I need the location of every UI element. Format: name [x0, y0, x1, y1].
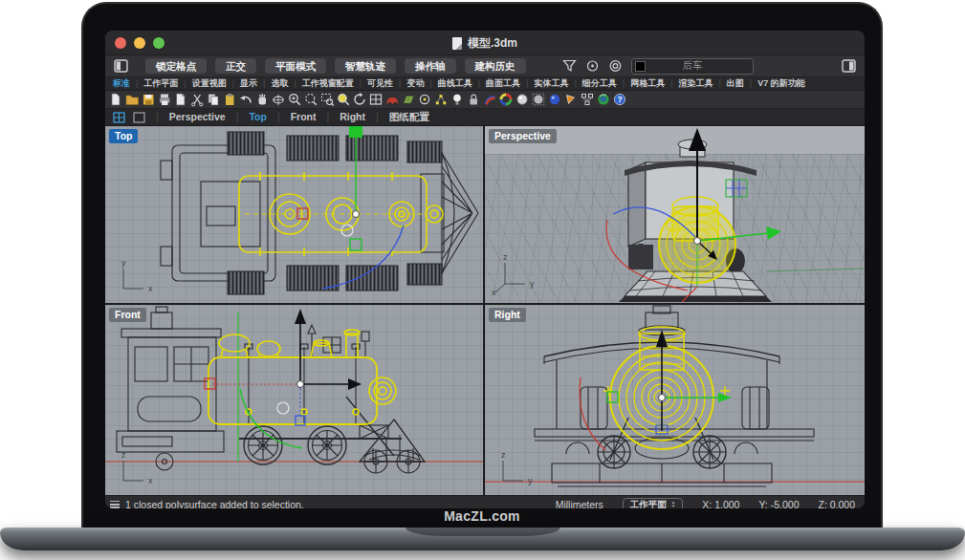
viewport-front[interactable]: Front	[105, 305, 483, 495]
viewport-right[interactable]: Right	[485, 305, 865, 495]
viewport-title-perspective[interactable]: Perspective	[489, 129, 557, 143]
icon-toolbar: ?	[105, 91, 865, 109]
svg-text:y: y	[528, 476, 533, 485]
status-message: 1 closed polysurface added to selection.	[125, 499, 304, 508]
new-from-template-icon[interactable]	[177, 94, 186, 105]
menu-tab[interactable]: 选取	[257, 77, 288, 90]
lamp-icon[interactable]	[453, 95, 461, 105]
mode-toggle-button[interactable]: 智慧轨迹	[335, 58, 396, 74]
object-snap-icon[interactable]	[420, 95, 428, 103]
right-view-drawing	[485, 305, 865, 495]
viewport-tab[interactable]: Right	[316, 111, 365, 122]
viewport-tab[interactable]: Top	[226, 111, 267, 122]
mode-toggle-button[interactable]: 锁定格点	[145, 58, 207, 74]
menu-tab[interactable]: 渲染工具	[665, 77, 713, 90]
control-points-icon[interactable]	[436, 95, 447, 104]
viewport-title-front[interactable]: Front	[109, 308, 146, 322]
undo-icon[interactable]	[240, 96, 251, 102]
zoom-icon[interactable]	[290, 95, 300, 105]
viewport-title-top[interactable]: Top	[109, 129, 138, 143]
selection-filter-icon[interactable]	[562, 59, 577, 73]
analyze-surface-icon[interactable]	[485, 97, 495, 105]
mode-toggle-button[interactable]: 平面模式	[265, 58, 326, 74]
flag-icon[interactable]	[567, 96, 575, 104]
menu-tab[interactable]: 实体工具	[520, 77, 568, 90]
new-document-icon[interactable]	[112, 94, 120, 105]
viewport-top[interactable]: Top	[105, 126, 483, 303]
svg-text:z: z	[121, 450, 126, 460]
save-icon[interactable]	[143, 95, 154, 105]
viewport-tab-strip: PerspectiveTopFrontRight图纸配置	[105, 109, 865, 126]
lock-icon[interactable]	[471, 95, 478, 104]
menu-tab[interactable]: 曲面工具	[472, 77, 520, 90]
copy-icon[interactable]	[208, 95, 218, 106]
menu-tab[interactable]: 网格工具	[617, 77, 665, 90]
svg-text:z: z	[503, 252, 508, 262]
ghosted-viewport-icon[interactable]	[533, 94, 544, 105]
svg-text:y: y	[121, 258, 126, 268]
laptop-screen-bezel: 模型.3dm 锁定格点正交平面模式智慧轨迹操作轴建构历史	[81, 2, 883, 528]
history-icon[interactable]	[585, 59, 600, 73]
car-paint-icon[interactable]	[387, 97, 399, 105]
undo-view-change-icon[interactable]	[355, 93, 364, 104]
mode-toggle-button[interactable]: 建构历史	[465, 58, 526, 74]
menu-tab[interactable]: V7 的新功能	[744, 77, 805, 90]
command-search-field[interactable]: 后车	[631, 58, 754, 75]
viewport-grid: Top	[105, 126, 865, 495]
viewport-tab[interactable]: Front	[267, 111, 317, 122]
viewport-tab[interactable]: Perspective	[145, 111, 226, 122]
coordinate-x: X: 1.000	[702, 499, 739, 508]
viewport-tab[interactable]: 图纸配置	[365, 111, 429, 122]
single-view-layout-icon[interactable]	[133, 112, 145, 123]
zoom-dynamic-icon[interactable]	[306, 95, 317, 105]
viewport-perspective[interactable]: Perspective	[485, 126, 865, 303]
record-target-icon[interactable]	[608, 59, 623, 73]
color-wheel-icon[interactable]	[501, 95, 511, 104]
left-sidebar-toggle-icon[interactable]	[114, 59, 128, 73]
coordinate-z: Z: 0.000	[818, 499, 855, 508]
open-file-icon[interactable]	[126, 96, 139, 105]
block-manager-icon[interactable]	[582, 95, 593, 105]
menu-tab[interactable]: 工作平面	[130, 77, 178, 90]
paste-icon[interactable]	[226, 94, 234, 105]
mode-toggle-button[interactable]: 操作轴	[405, 58, 456, 74]
zoom-selected-icon[interactable]	[339, 95, 349, 105]
viewport-title-right[interactable]: Right	[489, 308, 526, 322]
print-icon[interactable]	[160, 95, 170, 106]
selection-list-icon[interactable]	[110, 501, 120, 508]
menu-tab[interactable]: 出图	[713, 77, 743, 90]
svg-text:y: y	[530, 279, 535, 289]
pan-icon[interactable]	[259, 94, 267, 104]
menu-tab[interactable]: 可见性	[354, 77, 393, 90]
layer-color-swatch[interactable]	[635, 61, 646, 72]
selected-boiler-top	[239, 172, 443, 256]
earth-icon[interactable]	[598, 94, 608, 104]
right-panel-toggle-icon[interactable]	[842, 59, 856, 73]
four-view-layout-icon[interactable]	[113, 112, 125, 123]
help-icon[interactable]: ?	[614, 94, 625, 104]
status-bar: 1 closed polysurface added to selection.…	[105, 495, 865, 508]
menu-tab[interactable]: 显示	[227, 77, 257, 90]
zoom-window-icon[interactable]	[322, 95, 334, 106]
map-icon[interactable]	[404, 97, 414, 104]
menu-tab[interactable]: 变动	[393, 77, 424, 90]
rendered-viewport-icon[interactable]	[550, 95, 559, 104]
cut-icon[interactable]	[192, 95, 203, 106]
titlebar: 模型.3dm	[105, 31, 865, 55]
shaded-viewport-icon[interactable]	[517, 95, 527, 104]
menu-tab[interactable]: 工作视窗配置	[288, 77, 353, 90]
menu-tab[interactable]: 细分工具	[568, 77, 616, 90]
document-icon	[452, 37, 462, 50]
gumball-front[interactable]	[205, 309, 362, 448]
menu-tab-strip: 标准工作平面设置视图显示选取工作视窗配置可见性变动曲线工具曲面工具实体工具细分工…	[105, 77, 865, 91]
macbook-mockup: 模型.3dm 锁定格点正交平面模式智慧轨迹操作轴建构历史	[0, 0, 965, 560]
rotate-view-icon[interactable]	[274, 95, 284, 105]
mode-toggle-button[interactable]: 正交	[215, 58, 256, 74]
menu-tab[interactable]: 标准	[111, 77, 130, 90]
cplane-dropdown[interactable]: 工作平面 ▲▼	[623, 498, 683, 509]
units-label[interactable]: Millimeters	[556, 499, 603, 508]
menu-tab[interactable]: 曲线工具	[424, 77, 472, 90]
four-viewports-icon[interactable]	[371, 95, 382, 104]
svg-text:x: x	[148, 476, 153, 485]
menu-tab[interactable]: 设置视图	[178, 77, 226, 90]
